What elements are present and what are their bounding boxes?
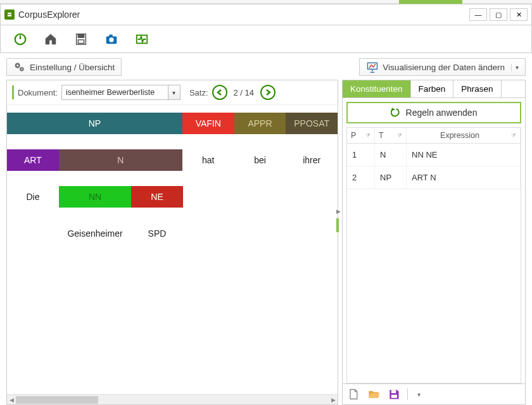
document-select[interactable]: isenheimer Bewerberliste ▾: [61, 85, 180, 100]
svg-rect-2: [8, 15, 11, 16]
window-title: CorpusExplorer: [18, 9, 469, 20]
open-folder-icon[interactable]: [367, 387, 381, 401]
svg-rect-10: [109, 34, 113, 37]
tree-row-2: ARTNhatbeiihrer: [7, 142, 338, 178]
save-disk-icon[interactable]: [387, 387, 401, 401]
chevron-down-icon[interactable]: ▾: [168, 89, 180, 96]
svg-rect-1: [8, 13, 11, 14]
tree-row-4: GeisenheimerSPD: [7, 215, 338, 252]
horizontal-scrollbar[interactable]: ◀ ▶: [7, 394, 338, 404]
action-row: Einstellung / Übersicht Visualisierung d…: [0, 56, 532, 76]
scroll-left-arrow[interactable]: ◀: [7, 395, 16, 405]
tab-phrasen[interactable]: Phrasen: [453, 80, 501, 97]
minimize-button[interactable]: —: [469, 8, 487, 21]
left-panel: Dokument: isenheimer Bewerberliste ▾ Sat…: [6, 80, 338, 405]
apply-rules-button[interactable]: Regeln anwenden: [346, 102, 521, 123]
app-logo-icon: [4, 9, 15, 20]
filter-icon[interactable]: ⧩: [397, 132, 402, 139]
accent-bar: [12, 85, 14, 99]
settings-overview-label: Einstellung / Übersicht: [30, 63, 115, 72]
main-toolbar: [0, 25, 532, 53]
new-file-icon[interactable]: [346, 387, 360, 401]
right-panel-bottom-toolbar: ▾: [343, 383, 525, 404]
column-header-t[interactable]: T⧩: [375, 128, 407, 143]
tree-token: SPD: [131, 223, 183, 244]
change-visualization-label: Visualisierung der Daten ändern: [383, 63, 505, 72]
table-row[interactable]: 1NNN NE: [347, 144, 521, 166]
tree-token: Die: [7, 186, 59, 208]
overflow-menu-icon[interactable]: ▾: [414, 387, 423, 401]
active-window-tab[interactable]: [399, 0, 462, 4]
activity-icon[interactable]: [134, 31, 150, 47]
tab-konstituenten[interactable]: Konstituenten: [343, 80, 411, 97]
settings-overview-button[interactable]: Einstellung / Übersicht: [6, 58, 122, 76]
tree-token: hat: [182, 149, 234, 171]
tree-node[interactable]: NE: [131, 186, 183, 208]
cell-e: ART N: [407, 166, 521, 189]
change-visualization-button[interactable]: Visualisierung der Daten ändern ▾: [359, 58, 526, 76]
rules-grid: P⧩ T⧩ Expression⧩ 1NNN NE2NPART N: [346, 127, 521, 383]
svg-rect-20: [391, 395, 397, 398]
gears-icon: [13, 61, 26, 73]
scrollbar-thumb[interactable]: [16, 396, 98, 404]
home-icon[interactable]: [42, 31, 59, 47]
grid-header: P⧩ T⧩ Expression⧩: [347, 128, 521, 144]
right-panel: ▶ Konstituenten Farben Phrasen Regeln an…: [342, 80, 526, 405]
tree-node[interactable]: NN: [59, 186, 131, 208]
svg-point-9: [109, 37, 113, 42]
power-icon[interactable]: [12, 31, 28, 47]
tree-row-1: NPVAFINAPPRPPOSAT: [7, 105, 338, 142]
tree-token: [7, 223, 59, 244]
cell-e: NN NE: [407, 144, 521, 166]
tree-token: ihrer: [286, 149, 338, 171]
cell-t: NP: [375, 166, 407, 189]
filter-icon[interactable]: ⧩: [511, 132, 516, 139]
expand-handle[interactable]: ▶: [335, 207, 341, 216]
refresh-icon: [391, 107, 402, 118]
document-label: Dokument:: [18, 88, 58, 97]
workspace: Dokument: isenheimer Bewerberliste ▾ Sat…: [0, 76, 532, 405]
apply-rules-label: Regeln anwenden: [406, 108, 478, 118]
tree-node[interactable]: N: [59, 149, 182, 171]
cell-p: 1: [347, 144, 375, 166]
column-header-expression[interactable]: Expression⧩: [407, 128, 521, 143]
table-row[interactable]: 2NPART N: [347, 166, 521, 189]
filter-icon[interactable]: ⧩: [365, 132, 370, 139]
sentence-label: Satz:: [189, 88, 208, 97]
right-panel-tabs: Konstituenten Farben Phrasen: [343, 80, 525, 98]
save-icon[interactable]: [73, 31, 89, 47]
sentence-indicator: 2 / 14: [231, 88, 257, 97]
maximize-button[interactable]: ▢: [490, 8, 507, 21]
camera-icon[interactable]: [103, 31, 120, 47]
svg-rect-7: [78, 39, 84, 42]
tree-node[interactable]: VAFIN: [182, 113, 234, 134]
svg-point-15: [21, 68, 22, 70]
svg-rect-19: [391, 390, 396, 393]
chevron-down-icon[interactable]: ▾: [511, 64, 519, 71]
document-select-value: isenheimer Bewerberliste: [62, 85, 168, 99]
tree-node[interactable]: PPOSAT: [286, 113, 338, 134]
close-button[interactable]: ✕: [510, 8, 528, 21]
title-bar: CorpusExplorer — ▢ ✕: [0, 4, 532, 25]
prev-sentence-button[interactable]: [212, 85, 227, 100]
tree-token: Geisenheimer: [59, 223, 131, 244]
column-header-p[interactable]: P⧩: [347, 128, 375, 143]
tree-node[interactable]: ART: [7, 149, 59, 171]
accent-bar: [336, 218, 339, 232]
svg-point-13: [16, 65, 18, 66]
presentation-icon: [366, 61, 379, 73]
next-sentence-button[interactable]: [260, 85, 276, 100]
tree-token: bei: [234, 149, 286, 171]
document-nav-bar: Dokument: isenheimer Bewerberliste ▾ Sat…: [7, 80, 338, 105]
syntax-tree: NPVAFINAPPRPPOSAT ARTNhatbeiihrer DieNNN…: [7, 105, 338, 394]
cell-t: N: [375, 144, 407, 166]
toolbar-separator: [407, 389, 408, 400]
scroll-right-arrow[interactable]: ▶: [329, 395, 338, 405]
tree-row-3: DieNNNE: [7, 178, 338, 215]
tab-farben[interactable]: Farben: [411, 80, 454, 97]
cell-p: 2: [347, 166, 375, 189]
tree-node[interactable]: NP: [7, 113, 182, 134]
tree-node[interactable]: APPR: [234, 113, 286, 134]
svg-rect-6: [78, 34, 84, 37]
